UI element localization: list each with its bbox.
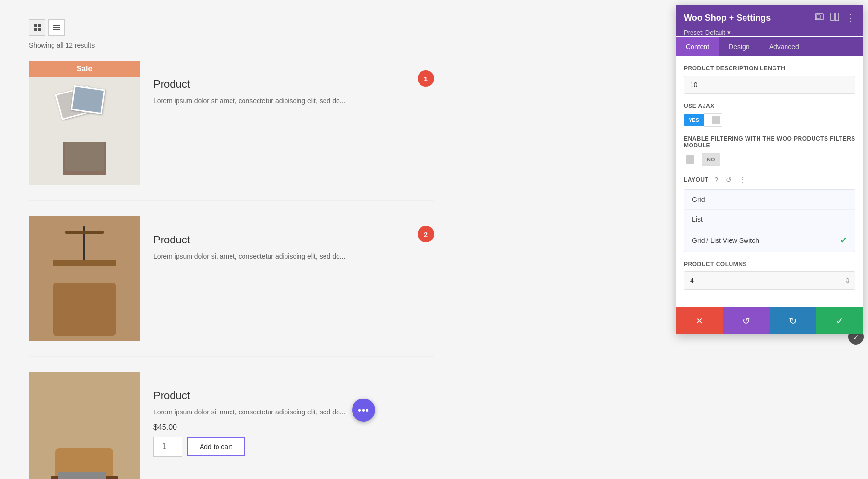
toggle-off[interactable] [684, 153, 702, 166]
use-ajax-group: Use Ajax YES [684, 103, 855, 127]
product-description: Lorem ipsum dolor sit amet, consectetur … [153, 407, 434, 417]
product-info: Product Lorem ipsum dolor sit amet, cons… [153, 61, 404, 106]
product-description: Lorem ipsum dolor sit amet, consectetur … [153, 95, 404, 106]
product-desc-length-label: Product Description Length [684, 65, 855, 72]
svg-rect-6 [53, 29, 60, 30]
reset-button[interactable]: ↺ [723, 307, 770, 334]
add-to-cart-button[interactable]: Add to cart [187, 437, 245, 456]
svg-rect-1 [38, 24, 41, 27]
product-image [29, 372, 140, 479]
svg-rect-9 [831, 13, 834, 21]
responsive-icon-button[interactable] [814, 12, 825, 24]
toggle-no-label: NO [702, 153, 720, 166]
product-name: Product [153, 78, 404, 91]
layout-more-button[interactable]: ⋮ [737, 175, 748, 185]
product-name: Product [153, 389, 434, 402]
tab-advanced[interactable]: Advanced [760, 37, 809, 56]
divider [29, 356, 434, 357]
panel-tabs: Content Design Advanced [676, 37, 863, 56]
product-image [29, 216, 140, 341]
layout-help-button[interactable]: ? [712, 175, 720, 185]
settings-panel: Woo Shop + Settings ⋮ Preset: [676, 5, 863, 334]
svg-rect-10 [835, 13, 839, 21]
layout-option-label: Grid / List View Switch [692, 237, 759, 244]
layout-option-grid[interactable]: Grid [684, 190, 855, 210]
product-image [29, 61, 140, 185]
layout-label-row: Layout ? ↺ ⋮ [684, 175, 855, 185]
layout-group: Layout ? ↺ ⋮ Grid List Grid / List View … [684, 175, 855, 252]
product-image-wrap: Sale [29, 61, 140, 185]
layout-option-label: List [692, 215, 703, 223]
add-to-cart-area: Add to cart [153, 437, 434, 457]
toggle-knob-off [686, 155, 694, 164]
product-item: Product Lorem ipsum dolor sit amet, cons… [29, 372, 434, 479]
save-icon: ✓ [836, 315, 844, 327]
enable-filtering-toggle[interactable]: NO [684, 153, 855, 166]
layout-label: Layout [684, 176, 708, 183]
panel-body: Product Description Length Use Ajax YES … [676, 56, 863, 307]
list-view-button[interactable] [48, 19, 65, 36]
svg-rect-2 [34, 28, 37, 31]
svg-rect-0 [34, 24, 37, 27]
cancel-button[interactable]: ✕ [676, 307, 723, 334]
toggle-knob [712, 116, 720, 124]
view-controls [29, 19, 434, 36]
product-desc-length-group: Product Description Length [684, 65, 855, 94]
layout-option-grid-list-switch[interactable]: Grid / List View Switch ✓ [684, 229, 855, 252]
enable-filtering-group: Enable Filtering with the Woo Products F… [684, 135, 855, 166]
use-ajax-label: Use Ajax [684, 103, 855, 109]
selected-check-icon: ✓ [840, 235, 847, 246]
step-badge-1: 1 [418, 70, 434, 87]
redo-icon: ↻ [789, 315, 797, 327]
quantity-input[interactable] [153, 437, 182, 457]
product-description: Lorem ipsum dolor sit amet, consectetur … [153, 251, 404, 262]
layout-dropdown: Grid List Grid / List View Switch ✓ [684, 189, 855, 252]
product-item: Sale Product Lorem ipsum dolor sit amet,… [29, 61, 434, 185]
floating-menu-button[interactable]: ••• [352, 399, 375, 422]
cancel-icon: ✕ [695, 315, 704, 327]
product-columns-group: Product columns 1 2 3 4 5 6 ⇕ [684, 261, 855, 290]
product-columns-label: Product columns [684, 261, 855, 267]
svg-rect-8 [816, 15, 820, 19]
toggle-yes-label: YES [684, 114, 704, 126]
svg-rect-4 [53, 25, 60, 26]
product-image-wrap [29, 372, 140, 479]
enable-filtering-label: Enable Filtering with the Woo Products F… [684, 135, 855, 149]
redo-button[interactable]: ↻ [770, 307, 816, 334]
panel-header-top: Woo Shop + Settings ⋮ [684, 12, 855, 24]
product-price: $45.00 [153, 423, 434, 432]
tab-content[interactable]: Content [676, 37, 719, 56]
product-info: Product Lorem ipsum dolor sit amet, cons… [153, 216, 404, 262]
layout-reset-button[interactable]: ↺ [724, 175, 733, 185]
product-columns-select-wrap: 1 2 3 4 5 6 ⇕ [684, 271, 855, 290]
product-info: Product Lorem ipsum dolor sit amet, cons… [153, 372, 434, 457]
reset-icon: ↺ [742, 315, 750, 327]
layout-option-list[interactable]: List [684, 210, 855, 229]
use-ajax-toggle[interactable]: YES [684, 113, 855, 127]
svg-rect-5 [53, 27, 60, 28]
sale-badge: Sale [29, 61, 140, 77]
product-columns-select[interactable]: 1 2 3 4 5 6 [684, 271, 855, 290]
panel-footer: ✕ ↺ ↻ ✓ [676, 307, 863, 334]
panel-header: Woo Shop + Settings ⋮ Preset: [676, 5, 863, 36]
product-desc-length-input[interactable] [684, 76, 855, 94]
panel-title: Woo Shop + Settings [684, 13, 771, 23]
divider [29, 200, 434, 201]
toggle-slider[interactable] [704, 113, 722, 127]
layout-option-label: Grid [692, 196, 705, 203]
main-content: Showing all 12 results Sale Product Lore… [0, 0, 463, 479]
showing-results-text: Showing all 12 results [29, 41, 434, 49]
save-button[interactable]: ✓ [816, 307, 863, 334]
more-options-button[interactable]: ⋮ [845, 12, 855, 24]
dots-icon: ••• [358, 405, 369, 416]
product-item: Product Lorem ipsum dolor sit amet, cons… [29, 216, 434, 341]
svg-rect-3 [38, 28, 41, 31]
layout-icon-button[interactable] [829, 12, 840, 24]
tab-design[interactable]: Design [719, 37, 760, 56]
grid-view-button[interactable] [29, 19, 45, 36]
product-image-wrap [29, 216, 140, 341]
panel-preset[interactable]: Preset: Default ▾ [684, 29, 855, 36]
product-name: Product [153, 234, 404, 246]
panel-header-icons: ⋮ [814, 12, 855, 24]
step-badge-2: 2 [418, 226, 434, 242]
